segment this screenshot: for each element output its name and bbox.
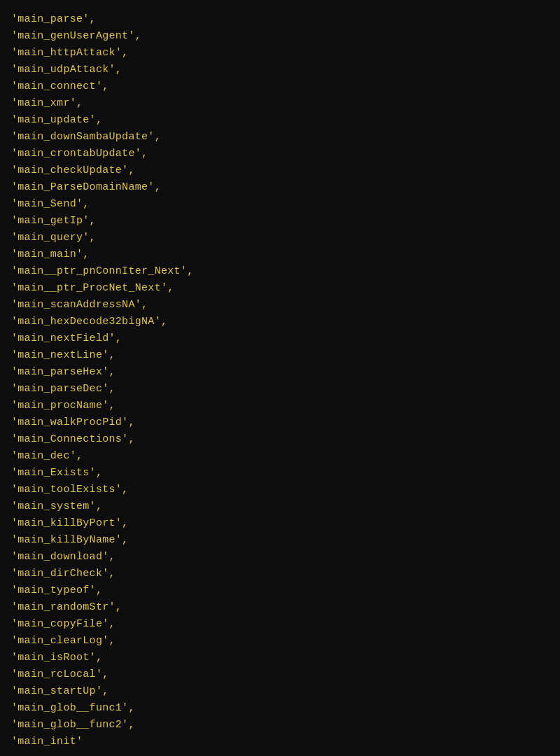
list-item: 'main_walkProcPid', [11, 414, 549, 431]
list-item: 'main_Connections', [11, 431, 549, 448]
list-item: 'main_glob__func1', [11, 700, 549, 717]
list-item: 'main_query', [11, 230, 549, 246]
list-item: 'main_parse', [11, 11, 549, 28]
list-item: 'main_startUp', [11, 683, 549, 700]
list-item: 'main_main', [11, 246, 549, 263]
list-item: 'main_connect', [11, 78, 549, 95]
list-item: 'main_parseHex', [11, 364, 549, 381]
list-item: 'main_nextField', [11, 330, 549, 347]
list-item: 'main_system', [11, 498, 549, 515]
list-item: 'main_init' [11, 734, 549, 750]
list-item: 'main_parseDec', [11, 381, 549, 398]
list-item: 'main_update', [11, 112, 549, 129]
list-item: 'main_killByName', [11, 532, 549, 549]
list-item: 'main_httpAttack', [11, 45, 549, 62]
list-item: 'main_typeof', [11, 582, 549, 599]
list-item: 'main_killByPort', [11, 515, 549, 532]
list-item: 'main_hexDecode32bigNA', [11, 314, 549, 330]
list-item: 'main_crontabUpdate', [11, 146, 549, 162]
list-item: 'main_checkUpdate', [11, 162, 549, 179]
list-item: 'main_procName', [11, 398, 549, 414]
list-item: 'main__ptr_pnConnIter_Next', [11, 263, 549, 280]
code-list: 'main_parse','main_genUserAgent','main_h… [11, 11, 549, 750]
list-item: 'main_download', [11, 549, 549, 566]
list-item: 'main_Exists', [11, 465, 549, 482]
list-item: 'main_genUserAgent', [11, 28, 549, 45]
list-item: 'main_xmr', [11, 95, 549, 112]
list-item: 'main_udpAttack', [11, 62, 549, 78]
list-item: 'main_randomStr', [11, 599, 549, 616]
list-item: 'main_dec', [11, 448, 549, 465]
list-item: 'main_Send', [11, 196, 549, 213]
list-item: 'main_toolExists', [11, 482, 549, 498]
list-item: 'main__ptr_ProcNet_Next', [11, 280, 549, 297]
list-item: 'main_downSambaUpdate', [11, 129, 549, 146]
list-item: 'main_copyFile', [11, 616, 549, 633]
list-item: 'main_isRoot', [11, 650, 549, 666]
list-item: 'main_rcLocal', [11, 666, 549, 683]
list-item: 'main_nextLine', [11, 347, 549, 364]
list-item: 'main_clearLog', [11, 633, 549, 650]
list-item: 'main_ParseDomainName', [11, 179, 549, 196]
list-item: 'main_glob__func2', [11, 717, 549, 734]
list-item: 'main_dirCheck', [11, 566, 549, 582]
list-item: 'main_scanAddressNA', [11, 297, 549, 314]
list-item: 'main_getIp', [11, 213, 549, 230]
